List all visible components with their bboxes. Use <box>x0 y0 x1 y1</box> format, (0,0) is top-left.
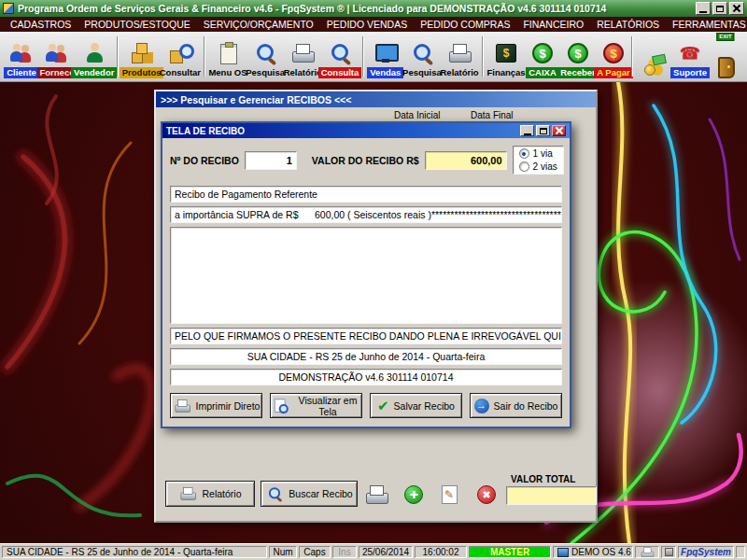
menu-servico-orcamento[interactable]: SERVIÇO/ORÇAMENTO <box>197 19 320 30</box>
importancia-field[interactable]: a importância SUPRA de R$ 600,00 ( Seisc… <box>170 206 562 223</box>
numero-recibo-label: Nº DO RECIBO <box>170 155 239 166</box>
status-location-date: SUA CIDADE - RS 25 de Junho de 2014 - Qu… <box>2 546 267 558</box>
menu-pedido-vendas[interactable]: PEDIDO VENDAS <box>320 19 414 30</box>
a-pagar-button[interactable]: $ A Pagar <box>596 33 631 80</box>
receber-button[interactable]: $ Receber <box>560 33 596 80</box>
dialog-title-bar[interactable]: TELA DE RECIBO <box>162 123 570 138</box>
observacoes-field[interactable] <box>170 227 562 324</box>
vendas-button[interactable]: Vendas <box>368 33 403 80</box>
receber-label: Receber <box>557 67 599 78</box>
status-version: DEMO OS 4.6 <box>553 546 633 558</box>
visualizar-em-tela-label: Visualizar em Tela <box>294 395 361 417</box>
vendas-label: Vendas <box>367 67 403 78</box>
menu-produtos-estoque[interactable]: PRODUTOS/ESTOQUE <box>78 19 196 30</box>
dialog-close-button[interactable] <box>552 125 566 136</box>
dialog-window-controls <box>520 125 566 136</box>
dialog-button-row: Imprimir Direto Visualizar em Tela ✔ Sal… <box>170 393 562 418</box>
numero-recibo-input[interactable] <box>245 151 297 170</box>
menu-os-button[interactable]: Menu OS <box>209 33 247 80</box>
vendedor-button[interactable]: Vendedor <box>75 33 113 80</box>
check-icon: ✔ <box>377 399 389 413</box>
consultar-produtos-button[interactable]: Consultar <box>161 33 200 80</box>
maximize-icon <box>716 6 724 12</box>
exit-button[interactable]: EXIT <box>708 33 743 80</box>
caixa-button[interactable]: $ CAIXA <box>525 33 560 80</box>
menu-cadastros[interactable]: CADASTROS <box>4 19 78 30</box>
relatorio-vendas-label: Relatório <box>437 67 481 78</box>
status-insert: Ins <box>332 546 357 558</box>
close-icon <box>732 5 741 13</box>
relatorio-recibos-button[interactable]: Relatório <box>165 481 255 507</box>
print-recibo-icon-button[interactable] <box>363 483 389 507</box>
menu-pedido-compras[interactable]: PEDIDO COMPRAS <box>414 19 516 30</box>
suporte-button[interactable]: ☎ Suporte <box>672 33 708 80</box>
seller-icon <box>82 42 106 64</box>
printer-icon <box>447 42 472 64</box>
recibo-header-row: Nº DO RECIBO VALOR DO RECIBO R$ 1 via 2 … <box>170 146 562 175</box>
suporte-label: Suporte <box>670 67 710 78</box>
valor-recibo-input[interactable] <box>425 151 507 170</box>
search-icon <box>410 42 434 64</box>
toolbar: Cliente Fornece Vendedor Produtos Consul… <box>0 32 747 82</box>
clients-icon <box>9 42 34 64</box>
printer-icon <box>290 42 315 64</box>
recibos-title-bar[interactable]: >>> Pesquisar e Gerenciar RECIBOS <<< <box>156 91 596 107</box>
moedas-button[interactable] <box>637 33 672 80</box>
search-icon <box>253 42 277 64</box>
plus-icon: ✚ <box>404 485 423 504</box>
pesquisa-vendas-button[interactable]: Pesquisa <box>403 33 441 80</box>
status-printer[interactable] <box>635 546 659 558</box>
relatorio-os-button[interactable]: Relatório <box>284 33 321 80</box>
maximize-button[interactable] <box>712 2 727 15</box>
imprimir-direto-label: Imprimir Direto <box>196 400 261 412</box>
radio-2-vias[interactable]: 2 vias <box>519 161 557 172</box>
relatorio-recibos-label: Relatório <box>202 488 241 499</box>
recibos-title: >>> Pesquisar e Gerenciar RECIBOS <<< <box>161 94 351 105</box>
dialog-maximize-button[interactable] <box>536 125 550 136</box>
radio-dot-icon <box>519 161 529 172</box>
status-num-lock: Num <box>269 546 297 558</box>
menu-relatorios[interactable]: RELATÓRIOS <box>590 19 666 30</box>
pesquisa-os-button[interactable]: Pesquisa <box>247 33 284 80</box>
dialog-minimize-button[interactable] <box>520 125 534 136</box>
valor-total-label: VALOR TOTAL <box>511 474 575 484</box>
app-icon <box>3 3 14 14</box>
vendedor-label: Vendedor <box>71 67 117 78</box>
dollar-icon: $ <box>532 43 553 63</box>
valor-recibo-label: VALOR DO RECIBO R$ <box>312 155 419 166</box>
referente-field[interactable]: Recibo de Pagamento Referente <box>170 186 562 203</box>
menu-financeiro[interactable]: FINANCEIRO <box>516 19 590 30</box>
coins-icon <box>642 53 667 76</box>
fornecedor-button[interactable]: Fornece <box>39 33 75 80</box>
imprimir-direto-button[interactable]: Imprimir Direto <box>170 393 262 418</box>
edit-recibo-icon-button[interactable]: ✎ <box>436 483 462 507</box>
financas-label: Finanças <box>484 67 528 78</box>
menu-ferramentas[interactable]: FERRAMENTAS <box>666 19 747 30</box>
products-icon <box>130 42 154 64</box>
sair-do-recibo-button[interactable]: → Sair do Recibo <box>470 393 562 418</box>
buscar-recibo-label: Buscar Recibo <box>289 488 352 499</box>
status-date: 25/06/2014 <box>359 546 413 558</box>
produtos-button[interactable]: Produtos <box>122 33 160 80</box>
radio-1-via[interactable]: 1 via <box>519 148 557 159</box>
status-disk <box>661 546 676 558</box>
valor-total-input[interactable] <box>506 486 597 505</box>
phone-icon: ☎ <box>680 42 700 64</box>
status-time: 16:00:02 <box>415 546 467 558</box>
cliente-button[interactable]: Cliente <box>4 33 39 80</box>
status-user: MASTER <box>469 546 551 558</box>
buscar-recibo-button[interactable]: Buscar Recibo <box>261 481 358 507</box>
consulta-os-button[interactable]: Consulta <box>321 33 359 80</box>
add-recibo-icon-button[interactable]: ✚ <box>401 483 427 507</box>
salvar-recibo-button[interactable]: ✔ Salvar Recibo <box>370 393 462 418</box>
delete-recibo-icon-button[interactable]: ✖ <box>473 483 500 507</box>
relatorio-vendas-button[interactable]: Relatório <box>441 33 478 80</box>
data-final-label: Data Final <box>471 110 514 120</box>
minimize-button[interactable] <box>696 2 711 15</box>
quitacao-field: PELO QUE FIRMAMOS O PRESENTE RECIBO DAND… <box>170 328 562 344</box>
printer-icon <box>364 483 388 506</box>
minimize-icon <box>699 11 707 13</box>
close-button[interactable] <box>729 2 744 15</box>
financas-button[interactable]: $ Finanças <box>487 33 525 80</box>
visualizar-em-tela-button[interactable]: Visualizar em Tela <box>270 393 362 418</box>
